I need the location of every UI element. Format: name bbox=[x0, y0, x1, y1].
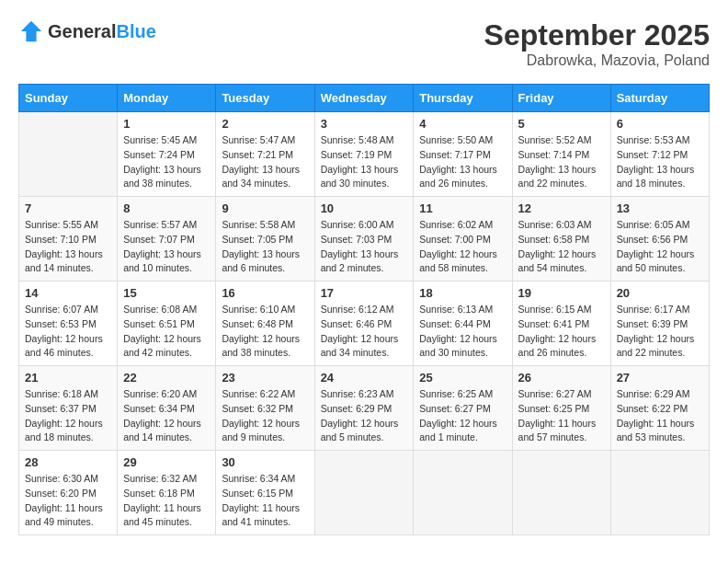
day-info: Sunrise: 6:34 AM Sunset: 6:15 PM Dayligh… bbox=[222, 472, 308, 530]
day-info: Sunrise: 6:13 AM Sunset: 6:44 PM Dayligh… bbox=[419, 303, 506, 361]
day-number: 30 bbox=[222, 455, 308, 469]
calendar-table: SundayMondayTuesdayWednesdayThursdayFrid… bbox=[18, 84, 710, 535]
day-number: 6 bbox=[617, 117, 703, 131]
calendar-cell: 22Sunrise: 6:20 AM Sunset: 6:34 PM Dayli… bbox=[118, 366, 216, 451]
calendar-cell: 18Sunrise: 6:13 AM Sunset: 6:44 PM Dayli… bbox=[414, 282, 512, 366]
day-number: 26 bbox=[518, 371, 605, 385]
day-info: Sunrise: 5:53 AM Sunset: 7:12 PM Dayligh… bbox=[617, 133, 703, 191]
calendar-cell: 3Sunrise: 5:48 AM Sunset: 7:19 PM Daylig… bbox=[314, 112, 414, 197]
calendar-cell: 28Sunrise: 6:30 AM Sunset: 6:20 PM Dayli… bbox=[19, 451, 118, 535]
day-number: 17 bbox=[321, 286, 408, 300]
calendar-cell: 16Sunrise: 6:10 AM Sunset: 6:48 PM Dayli… bbox=[216, 282, 314, 366]
calendar-cell: 21Sunrise: 6:18 AM Sunset: 6:37 PM Dayli… bbox=[19, 366, 118, 451]
calendar-cell: 29Sunrise: 6:32 AM Sunset: 6:18 PM Dayli… bbox=[118, 451, 216, 535]
day-info: Sunrise: 5:50 AM Sunset: 7:17 PM Dayligh… bbox=[419, 133, 506, 191]
day-number: 7 bbox=[25, 201, 111, 215]
day-info: Sunrise: 5:57 AM Sunset: 7:07 PM Dayligh… bbox=[123, 218, 210, 276]
day-number: 29 bbox=[123, 455, 210, 469]
calendar-cell: 11Sunrise: 6:02 AM Sunset: 7:00 PM Dayli… bbox=[414, 197, 512, 282]
calendar-cell: 14Sunrise: 6:07 AM Sunset: 6:53 PM Dayli… bbox=[19, 282, 118, 366]
day-number: 28 bbox=[25, 455, 111, 469]
calendar-cell: 13Sunrise: 6:05 AM Sunset: 6:56 PM Dayli… bbox=[610, 197, 709, 282]
day-number: 1 bbox=[123, 117, 210, 131]
day-number: 21 bbox=[25, 371, 111, 385]
page-header: GeneralBlue September 2025 Dabrowka, Maz… bbox=[18, 18, 710, 69]
day-info: Sunrise: 6:15 AM Sunset: 6:41 PM Dayligh… bbox=[518, 303, 605, 361]
day-number: 8 bbox=[123, 201, 210, 215]
logo: GeneralBlue bbox=[18, 18, 156, 44]
calendar-cell bbox=[414, 451, 512, 535]
day-info: Sunrise: 6:25 AM Sunset: 6:27 PM Dayligh… bbox=[419, 387, 506, 445]
day-number: 2 bbox=[222, 117, 308, 131]
calendar-cell: 30Sunrise: 6:34 AM Sunset: 6:15 PM Dayli… bbox=[216, 451, 314, 535]
day-info: Sunrise: 6:29 AM Sunset: 6:22 PM Dayligh… bbox=[617, 387, 703, 445]
calendar-cell: 15Sunrise: 6:08 AM Sunset: 6:51 PM Dayli… bbox=[118, 282, 216, 366]
calendar-week-row: 7Sunrise: 5:55 AM Sunset: 7:10 PM Daylig… bbox=[19, 197, 710, 282]
day-number: 25 bbox=[419, 371, 506, 385]
location-title: Dabrowka, Mazovia, Poland bbox=[484, 52, 710, 69]
day-info: Sunrise: 6:22 AM Sunset: 6:32 PM Dayligh… bbox=[222, 387, 308, 445]
day-info: Sunrise: 5:52 AM Sunset: 7:14 PM Dayligh… bbox=[518, 133, 605, 191]
weekday-header: Monday bbox=[118, 85, 216, 112]
title-block: September 2025 Dabrowka, Mazovia, Poland bbox=[484, 18, 710, 69]
day-info: Sunrise: 6:27 AM Sunset: 6:25 PM Dayligh… bbox=[518, 387, 605, 445]
calendar-cell bbox=[610, 451, 709, 535]
day-number: 18 bbox=[419, 286, 506, 300]
month-title: September 2025 bbox=[484, 18, 710, 52]
day-number: 23 bbox=[222, 371, 308, 385]
calendar-cell: 25Sunrise: 6:25 AM Sunset: 6:27 PM Dayli… bbox=[414, 366, 512, 451]
calendar-cell bbox=[19, 112, 118, 197]
day-number: 22 bbox=[123, 371, 210, 385]
day-info: Sunrise: 6:03 AM Sunset: 6:58 PM Dayligh… bbox=[518, 218, 605, 276]
calendar-week-row: 28Sunrise: 6:30 AM Sunset: 6:20 PM Dayli… bbox=[19, 451, 710, 535]
weekday-header: Tuesday bbox=[216, 85, 314, 112]
weekday-header: Thursday bbox=[414, 85, 512, 112]
calendar-cell: 2Sunrise: 5:47 AM Sunset: 7:21 PM Daylig… bbox=[216, 112, 314, 197]
day-info: Sunrise: 6:30 AM Sunset: 6:20 PM Dayligh… bbox=[25, 472, 111, 530]
day-info: Sunrise: 6:08 AM Sunset: 6:51 PM Dayligh… bbox=[123, 303, 210, 361]
calendar-week-row: 1Sunrise: 5:45 AM Sunset: 7:24 PM Daylig… bbox=[19, 112, 710, 197]
calendar-cell: 17Sunrise: 6:12 AM Sunset: 6:46 PM Dayli… bbox=[314, 282, 414, 366]
day-info: Sunrise: 6:23 AM Sunset: 6:29 PM Dayligh… bbox=[321, 387, 408, 445]
day-info: Sunrise: 5:58 AM Sunset: 7:05 PM Dayligh… bbox=[222, 218, 308, 276]
day-info: Sunrise: 6:10 AM Sunset: 6:48 PM Dayligh… bbox=[222, 303, 308, 361]
calendar-week-row: 14Sunrise: 6:07 AM Sunset: 6:53 PM Dayli… bbox=[19, 282, 710, 366]
day-number: 11 bbox=[419, 201, 506, 215]
calendar-cell: 7Sunrise: 5:55 AM Sunset: 7:10 PM Daylig… bbox=[19, 197, 118, 282]
day-number: 20 bbox=[617, 286, 703, 300]
calendar-cell: 6Sunrise: 5:53 AM Sunset: 7:12 PM Daylig… bbox=[610, 112, 709, 197]
calendar-cell: 1Sunrise: 5:45 AM Sunset: 7:24 PM Daylig… bbox=[118, 112, 216, 197]
logo-icon bbox=[18, 18, 44, 44]
day-info: Sunrise: 6:12 AM Sunset: 6:46 PM Dayligh… bbox=[321, 303, 408, 361]
calendar-cell: 20Sunrise: 6:17 AM Sunset: 6:39 PM Dayli… bbox=[610, 282, 709, 366]
day-info: Sunrise: 6:07 AM Sunset: 6:53 PM Dayligh… bbox=[25, 303, 111, 361]
day-number: 10 bbox=[321, 201, 408, 215]
day-info: Sunrise: 6:05 AM Sunset: 6:56 PM Dayligh… bbox=[617, 218, 703, 276]
day-number: 13 bbox=[617, 201, 703, 215]
weekday-header: Friday bbox=[512, 85, 610, 112]
calendar-cell: 23Sunrise: 6:22 AM Sunset: 6:32 PM Dayli… bbox=[216, 366, 314, 451]
weekday-header: Saturday bbox=[610, 85, 709, 112]
svg-marker-0 bbox=[21, 21, 41, 41]
weekday-header: Wednesday bbox=[314, 85, 414, 112]
calendar-cell: 27Sunrise: 6:29 AM Sunset: 6:22 PM Dayli… bbox=[610, 366, 709, 451]
logo-blue: Blue bbox=[116, 21, 155, 41]
day-info: Sunrise: 5:48 AM Sunset: 7:19 PM Dayligh… bbox=[321, 133, 408, 191]
day-info: Sunrise: 6:20 AM Sunset: 6:34 PM Dayligh… bbox=[123, 387, 210, 445]
day-number: 16 bbox=[222, 286, 308, 300]
calendar-cell: 8Sunrise: 5:57 AM Sunset: 7:07 PM Daylig… bbox=[118, 197, 216, 282]
calendar-cell: 24Sunrise: 6:23 AM Sunset: 6:29 PM Dayli… bbox=[314, 366, 414, 451]
day-info: Sunrise: 5:55 AM Sunset: 7:10 PM Dayligh… bbox=[25, 218, 111, 276]
calendar-cell bbox=[512, 451, 610, 535]
calendar-cell: 12Sunrise: 6:03 AM Sunset: 6:58 PM Dayli… bbox=[512, 197, 610, 282]
calendar-cell bbox=[314, 451, 414, 535]
day-number: 9 bbox=[222, 201, 308, 215]
day-number: 5 bbox=[518, 117, 605, 131]
calendar-cell: 4Sunrise: 5:50 AM Sunset: 7:17 PM Daylig… bbox=[414, 112, 512, 197]
day-number: 19 bbox=[518, 286, 605, 300]
day-number: 12 bbox=[518, 201, 605, 215]
day-info: Sunrise: 6:18 AM Sunset: 6:37 PM Dayligh… bbox=[25, 387, 111, 445]
weekday-header: Sunday bbox=[19, 85, 118, 112]
day-info: Sunrise: 6:00 AM Sunset: 7:03 PM Dayligh… bbox=[321, 218, 408, 276]
day-info: Sunrise: 5:45 AM Sunset: 7:24 PM Dayligh… bbox=[123, 133, 210, 191]
